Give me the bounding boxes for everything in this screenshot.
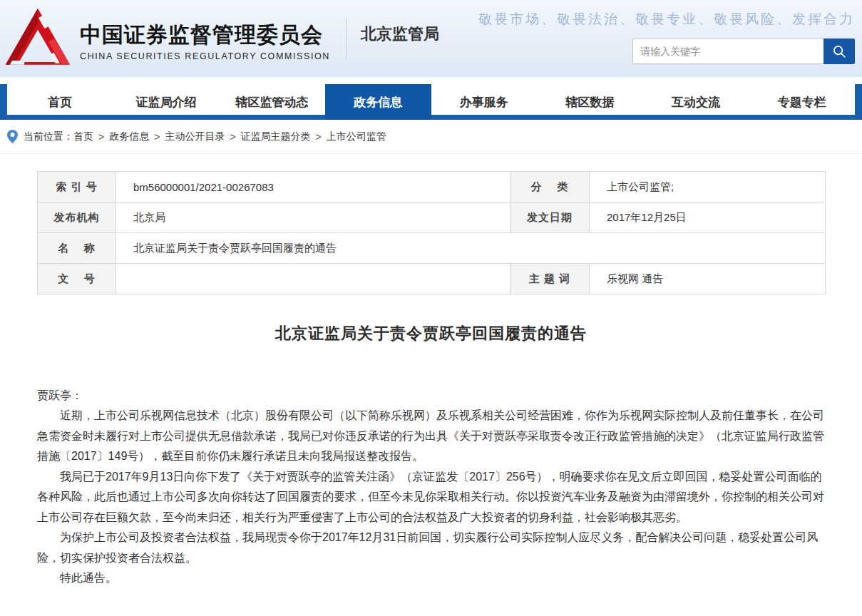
breadcrumb-separator: > (154, 131, 160, 143)
document-body: 贾跃亭： 近期，上市公司乐视网信息技术（北京）股份有限公司（以下简称乐视网）及乐… (37, 386, 825, 589)
meta-row-index: 索 引 号 bm56000001/2021-00267083 分 类 上市公司监… (38, 172, 826, 202)
nav-item-regulatory-news[interactable]: 辖区监管动态 (219, 84, 325, 120)
nav-item-district-data[interactable]: 辖区数据 (537, 84, 643, 120)
bureau-name: 北京监管局 (361, 24, 439, 45)
meta-label-index-number: 索 引 号 (38, 172, 116, 202)
meta-row-docnumber: 文 号 主 题 词 乐视网 通告 (38, 264, 826, 294)
breadcrumb-item-open-directory[interactable]: 主动公开目录 (165, 130, 225, 143)
breadcrumb-item-gov-info[interactable]: 政务信息 (109, 130, 149, 143)
search-box (632, 38, 855, 64)
breadcrumb-separator: > (316, 131, 322, 143)
meta-value-name: 北京证监局关于责令贾跃亭回国履责的通告 (116, 233, 826, 264)
meta-value-issue-date: 2017年12月25日 (590, 202, 826, 233)
site-header: 中国证券监督管理委员会 CHINA SECURITIES REGULATORY … (0, 0, 862, 77)
org-name-en: CHINA SECURITIES REGULATORY COMMISSION (80, 51, 330, 61)
search-input[interactable] (632, 38, 823, 64)
nav-item-bureau-intro[interactable]: 证监局介绍 (113, 84, 220, 120)
nav-item-home[interactable]: 首页 (7, 84, 113, 120)
meta-value-category: 上市公司监管; (590, 172, 826, 202)
breadcrumb-item-topic-category[interactable]: 证监局主题分类 (241, 130, 311, 143)
nav-item-gov-info[interactable]: 政务信息 (325, 84, 431, 120)
meta-row-name: 名 称 北京证监局关于责令贾跃亭回国履责的通告 (38, 233, 826, 264)
breadcrumb-label: 当前位置： (24, 130, 73, 143)
page: 中国证券监督管理委员会 CHINA SECURITIES REGULATORY … (0, 0, 862, 616)
header-slogan: 敬畏市场、敬畏法治、敬畏专业、敬畏风险、发挥合力 (478, 10, 855, 29)
meta-value-issuing-agency: 北京局 (116, 202, 510, 233)
header-right: 敬畏市场、敬畏法治、敬畏专业、敬畏风险、发挥合力 (478, 6, 858, 64)
nav-item-services[interactable]: 办事服务 (431, 84, 538, 120)
nav-item-interaction[interactable]: 互动交流 (643, 84, 749, 120)
breadcrumb-separator: > (98, 131, 104, 143)
meta-value-index-number: bm56000001/2021-00267083 (116, 172, 510, 202)
location-pin-icon (7, 130, 18, 143)
breadcrumb: 当前位置： 首页 > 政务信息 > 主动公开目录 > 证监局主题分类 > 上市公… (0, 120, 862, 154)
header-brand: 中国证券监督管理委员会 CHINA SECURITIES REGULATORY … (4, 6, 439, 73)
header-divider (346, 19, 347, 60)
paragraph-3: 为保护上市公司及投资者合法权益，我局现责令你于2017年12月31日前回国，切实… (37, 528, 825, 568)
breadcrumb-item-home[interactable]: 首页 (73, 130, 93, 143)
meta-label-doc-number: 文 号 (38, 264, 116, 294)
meta-row-issuer: 发布机构 北京局 发文日期 2017年12月25日 (38, 202, 826, 233)
org-title-block: 中国证券监督管理委员会 CHINA SECURITIES REGULATORY … (80, 21, 330, 61)
breadcrumb-separator: > (230, 131, 235, 143)
salutation: 贾跃亭： (37, 386, 825, 406)
meta-value-doc-number (116, 264, 510, 294)
nav-item-special-topics[interactable]: 专题专栏 (749, 84, 855, 120)
search-icon (831, 43, 847, 59)
org-name-cn: 中国证券监督管理委员会 (80, 21, 330, 48)
paragraph-1: 近期，上市公司乐视网信息技术（北京）股份有限公司（以下简称乐视网）及乐视系相关公… (37, 406, 825, 466)
document-meta-table: 索 引 号 bm56000001/2021-00267083 分 类 上市公司监… (37, 171, 826, 294)
paragraph-2: 我局已于2017年9月13日向你下发了《关于对贾跃亭的监管关注函》（京证监发〔2… (37, 467, 825, 528)
csrc-logo-icon (4, 6, 71, 73)
meta-label-category: 分 类 (510, 172, 590, 202)
meta-label-issue-date: 发文日期 (510, 202, 590, 233)
closing-line: 特此通告。 (37, 568, 825, 588)
meta-value-subject-words: 乐视网 通告 (590, 264, 826, 294)
main-content: 索 引 号 bm56000001/2021-00267083 分 类 上市公司监… (0, 154, 862, 616)
main-nav: 首页 证监局介绍 辖区监管动态 政务信息 办事服务 辖区数据 互动交流 专题专栏 (0, 84, 862, 120)
search-button[interactable] (823, 38, 855, 64)
breadcrumb-item-listed-company[interactable]: 上市公司监管 (327, 130, 386, 143)
meta-label-subject-words: 主 题 词 (510, 264, 590, 294)
meta-label-name: 名 称 (38, 233, 116, 264)
meta-label-issuing-agency: 发布机构 (38, 202, 116, 233)
document-title: 北京证监局关于责令贾跃亭回国履责的通告 (37, 323, 825, 344)
